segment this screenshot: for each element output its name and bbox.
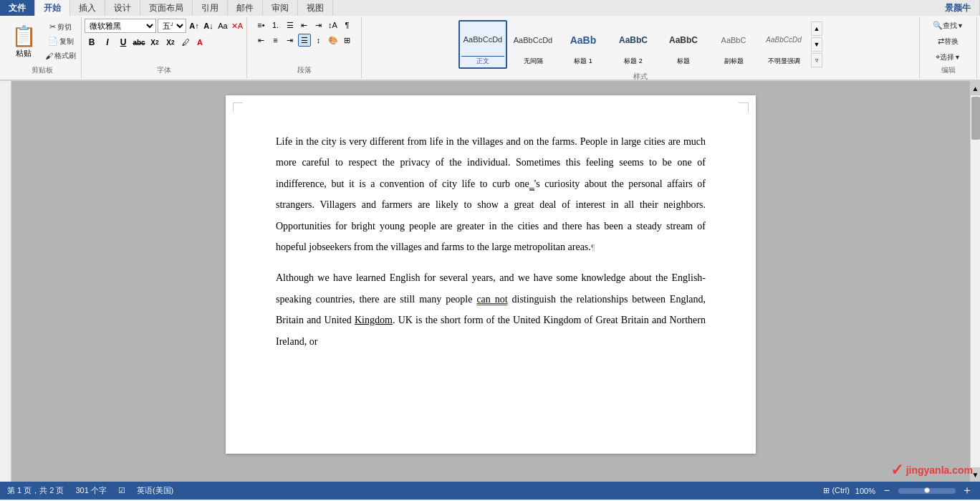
document-text[interactable]: Life in the city is very different from … [276, 131, 706, 352]
shading-button[interactable]: 🎨 [327, 34, 340, 47]
bullets-button[interactable]: ≡• [255, 19, 268, 32]
text-highlight-button[interactable]: 🖊 [179, 36, 192, 49]
group-editing: 🔍 查找 ▼ ⇄ 替换 ⌖ 选择 ▼ 编辑 [920, 17, 977, 78]
styles-scroll-down[interactable]: ▼ [811, 37, 822, 52]
spell-check-icon: ☑ [118, 486, 125, 495]
document-area: Life in the city is very different from … [0, 81, 980, 482]
document-scroll[interactable]: Life in the city is very different from … [11, 81, 970, 482]
copy-icon: 📄 [48, 37, 58, 46]
multilevel-list-button[interactable]: ☰ [284, 19, 297, 32]
font-color-button[interactable]: A [193, 36, 206, 49]
watermark-text: jingyanla.com [906, 464, 973, 476]
page-count: 第 1 页，共 2 页 [7, 485, 64, 496]
group-font: 微软雅黑 五号 A↑ A↓ Aa ✕A B I U abc X2 X2 [82, 17, 247, 78]
borders-button[interactable]: ⊞ [341, 34, 354, 47]
copy-button[interactable]: 📄 复制 [43, 35, 78, 48]
style-heading1[interactable]: AaBb 标题 1 [559, 20, 607, 69]
italic-button[interactable]: I [100, 35, 115, 49]
paste-icon: 📋 [11, 24, 37, 48]
format-painter-button[interactable]: 🖌 格式刷 [43, 49, 78, 62]
align-center-button[interactable]: ≡ [269, 34, 282, 47]
style-subtle[interactable]: AaBbCcDd 不明显强调 [759, 20, 808, 69]
font-size-select[interactable]: 五号 [158, 19, 186, 33]
increase-indent-button[interactable]: ⇥ [312, 19, 325, 32]
subscript-button[interactable]: X2 [148, 35, 162, 49]
document-page[interactable]: Life in the city is very different from … [226, 95, 756, 454]
decrease-indent-button[interactable]: ⇤ [298, 19, 311, 32]
zoom-out-button[interactable]: － [881, 483, 893, 498]
font-shrink-button[interactable]: A↓ [202, 19, 215, 32]
tab-view[interactable]: 视图 [298, 0, 333, 16]
word-count: 301 个字 [75, 485, 106, 496]
show-hide-button[interactable]: ¶ [341, 19, 354, 32]
find-button[interactable]: 🔍 查找 ▼ [931, 19, 966, 32]
paragraph-label: 段落 [297, 64, 312, 77]
scrollbar-right[interactable]: ▲ ▼ [970, 81, 980, 482]
underline-button[interactable]: U [116, 35, 130, 49]
tab-review[interactable]: 审阅 [263, 0, 298, 16]
ribbon-tabs: 文件 开始 插入 设计 页面布局 引用 邮件 审阅 视图 景颜牛 [0, 0, 980, 16]
tab-design[interactable]: 设计 [105, 0, 140, 16]
font-family-select[interactable]: 微软雅黑 [85, 19, 156, 33]
style-heading2[interactable]: AaBbC 标题 2 [609, 20, 658, 69]
scrollbar-thumb[interactable] [971, 97, 980, 140]
zoom-slider-thumb[interactable] [924, 487, 930, 493]
select-button[interactable]: ⌖ 选择 ▼ [933, 51, 963, 64]
paste-button[interactable]: 📋 粘贴 [6, 20, 42, 63]
styles-more[interactable]: ▿ [811, 53, 822, 67]
format-painter-icon: 🖌 [45, 52, 53, 60]
style-normal[interactable]: AaBbCcDd 正文 [458, 20, 507, 69]
watermark: ✓ jingyanla.com [890, 461, 973, 479]
ribbon: 文件 开始 插入 设计 页面布局 引用 邮件 审阅 视图 景颜牛 📋 粘贴 ✂ … [0, 0, 980, 81]
language-indicator: 英语(美国) [137, 485, 173, 496]
scissors-icon: ✂ [49, 22, 56, 32]
find-icon: 🔍 [933, 21, 943, 30]
line-spacing-button[interactable]: ↕ [312, 34, 325, 47]
scrollbar-up-button[interactable]: ▲ [971, 81, 981, 95]
numbering-button[interactable]: 1. [269, 19, 282, 32]
change-case-button[interactable]: Aa [216, 19, 229, 32]
style-subheading[interactable]: AaBbC 副标题 [709, 20, 758, 69]
clear-format-button[interactable]: ✕A [231, 19, 244, 32]
cut-button[interactable]: ✂ 剪切 [43, 21, 78, 34]
zoom-slider[interactable] [898, 488, 956, 494]
strikethrough-button[interactable]: abc [132, 35, 146, 49]
tab-references[interactable]: 引用 [193, 0, 228, 16]
ribbon-content: 📋 粘贴 ✂ 剪切 📄 复制 🖌 格式刷 [0, 16, 980, 80]
group-paragraph: ≡• 1. ☰ ⇤ ⇥ ↕A ¶ ⇤ ≡ ⇥ ☰ ↕ 🎨 ⊞ [247, 17, 362, 78]
align-right-button[interactable]: ⇥ [284, 34, 297, 47]
status-bar: 第 1 页，共 2 页 301 个字 ☑ 英语(美国) ⊞ (Ctrl) 100… [0, 482, 980, 500]
zoom-level: 100% [855, 487, 875, 495]
sort-button[interactable]: ↕A [327, 19, 340, 32]
clipboard-label: 剪贴板 [32, 64, 53, 77]
group-clipboard: 📋 粘贴 ✂ 剪切 📄 复制 🖌 格式刷 [3, 17, 82, 78]
ruler-left [0, 81, 11, 482]
tab-mail[interactable]: 邮件 [228, 0, 263, 16]
group-styles: AaBbCcDd 正文 AaBbCcDd 无间隔 AaBb 标题 1 AaBbC… [362, 17, 920, 78]
replace-icon: ⇄ [938, 37, 944, 46]
styles-list: AaBbCcDd 正文 AaBbCcDd 无间隔 AaBb 标题 1 AaBbC… [458, 19, 808, 70]
align-left-button[interactable]: ⇤ [255, 34, 268, 47]
font-grow-button[interactable]: A↑ [188, 19, 201, 32]
bold-button[interactable]: B [85, 35, 99, 49]
page-corner-tl [233, 102, 243, 113]
replace-button[interactable]: ⇄ 替换 [936, 35, 961, 48]
ctrl-indicator[interactable]: ⊞ (Ctrl) [823, 486, 850, 495]
tab-home[interactable]: 开始 [35, 0, 70, 16]
tab-user[interactable]: 景颜牛 [936, 0, 980, 16]
superscript-button[interactable]: X2 [163, 35, 178, 49]
zoom-in-button[interactable]: ＋ [961, 483, 973, 498]
editing-label: 编辑 [941, 64, 956, 77]
tab-file[interactable]: 文件 [0, 0, 35, 16]
watermark-check-icon: ✓ [890, 461, 903, 479]
styles-scroll-up[interactable]: ▲ [811, 22, 822, 36]
justify-button[interactable]: ☰ [298, 34, 311, 47]
tab-layout[interactable]: 页面布局 [140, 0, 193, 16]
paste-label: 粘贴 [16, 48, 32, 59]
style-no-spacing[interactable]: AaBbCcDd 无间隔 [509, 20, 557, 69]
style-heading3[interactable]: AaBbC 标题 [659, 20, 708, 69]
page-corner-tr [739, 102, 749, 113]
font-label: 字体 [157, 64, 171, 77]
tab-insert[interactable]: 插入 [70, 0, 105, 16]
